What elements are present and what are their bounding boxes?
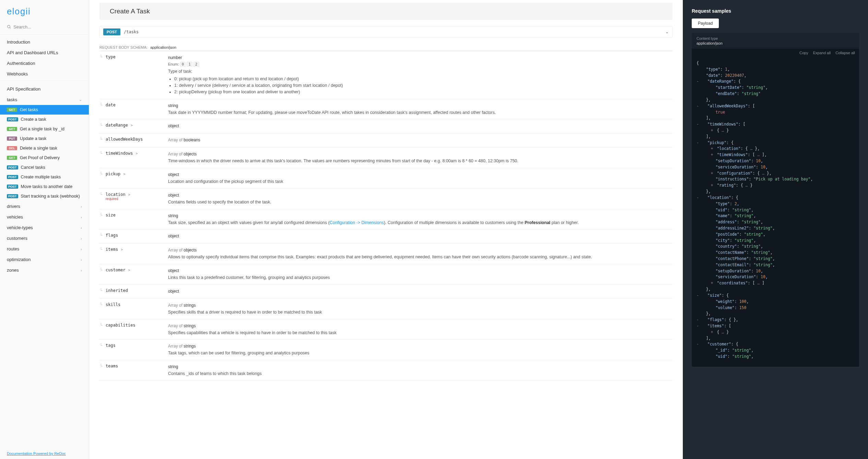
nav-item[interactable]: Webhooks bbox=[0, 69, 89, 79]
param-name[interactable]: items > bbox=[99, 247, 168, 260]
samples-panel: Request samples Payload Content type app… bbox=[683, 0, 868, 459]
param-desc: object bbox=[168, 288, 673, 295]
param-desc: numberEnum:012Type of task:0: pickup (pi… bbox=[168, 55, 673, 95]
param-row: teamsstringContains _ids of teams to whi… bbox=[99, 360, 673, 381]
param-name: skills bbox=[99, 302, 168, 316]
endpoint-path: /tasks bbox=[124, 30, 139, 34]
param-desc: Array of stringsTask tags, which can be … bbox=[168, 343, 673, 356]
json-tools: Copy Expand all Collapse all bbox=[692, 49, 859, 57]
param-row: timeWindows >Array of objectsTime-window… bbox=[99, 148, 673, 168]
nav-item[interactable]: customers› bbox=[0, 233, 89, 244]
param-row: datestringTask date in YYYYMMDD number f… bbox=[99, 99, 673, 120]
chevron-down-icon: ⌄ bbox=[665, 30, 669, 34]
expand-all-button[interactable]: Expand all bbox=[813, 51, 831, 55]
method-badge: POST bbox=[7, 185, 18, 189]
param-desc: Array of objectsAllows to optionally spe… bbox=[168, 247, 673, 260]
nav-task-item[interactable]: POSTCreate multiple tasks bbox=[0, 172, 89, 182]
nav-item[interactable]: zones› bbox=[0, 265, 89, 275]
param-desc: stringTask size, specified as an object … bbox=[168, 213, 673, 226]
param-row: allowedWeekDaysArray of booleans bbox=[99, 133, 673, 148]
nav-item[interactable]: optimization› bbox=[0, 254, 89, 265]
method-badge: PUT bbox=[7, 137, 17, 141]
param-name[interactable]: pickup > bbox=[99, 172, 168, 185]
param-name[interactable]: location >required bbox=[99, 192, 168, 205]
chevron-right-icon: › bbox=[81, 204, 82, 209]
chevron-right-icon: › bbox=[81, 236, 82, 240]
nav-task-item[interactable]: GETGet a single task by _id bbox=[0, 124, 89, 134]
param-name[interactable]: timeWindows > bbox=[99, 151, 168, 164]
nav-item[interactable]: vehicles› bbox=[0, 212, 89, 222]
param-row: customer >objectLinks this task to a pre… bbox=[99, 264, 673, 285]
param-name: allowedWeekDays bbox=[99, 137, 168, 144]
chevron-right-icon: › bbox=[81, 247, 82, 251]
nav-task-item[interactable]: POSTCreate a task bbox=[0, 115, 89, 124]
param-name: type bbox=[99, 55, 168, 95]
param-name[interactable]: dateRange > bbox=[99, 123, 168, 130]
nav-item[interactable]: routes› bbox=[0, 244, 89, 254]
endpoint-bar[interactable]: POST /tasks ⌄ bbox=[99, 26, 673, 38]
method-badge: POST bbox=[7, 175, 18, 179]
nav-item[interactable]: Authentication bbox=[0, 58, 89, 69]
method-badge: POST bbox=[7, 117, 18, 121]
nav-task-item[interactable]: GETGet Proof of Delivery bbox=[0, 153, 89, 163]
param-desc: stringTask date in YYYYMMDD number forma… bbox=[168, 103, 673, 116]
footer-link[interactable]: Documentation Powered by ReDoc bbox=[0, 448, 89, 459]
method-badge: GET bbox=[7, 108, 17, 112]
method-badge: GET bbox=[7, 127, 17, 131]
param-desc: stringContains _ids of teams to which th… bbox=[168, 364, 673, 377]
nav-task-item[interactable]: POSTMove tasks to another date bbox=[0, 182, 89, 191]
param-name: inherited bbox=[99, 288, 168, 295]
copy-button[interactable]: Copy bbox=[799, 51, 808, 55]
json-sample: { "type": 1, "date": 20220407, - "dateRa… bbox=[692, 57, 859, 367]
http-method-badge: POST bbox=[103, 28, 120, 35]
param-desc: object bbox=[168, 233, 673, 240]
nav-item[interactable]: vehicle-types› bbox=[0, 222, 89, 233]
param-row: capabilitiesArray of stringsSpecifies ca… bbox=[99, 319, 673, 340]
param-name: tags bbox=[99, 343, 168, 356]
param-name: size bbox=[99, 213, 168, 226]
page-title: Create A Task bbox=[99, 3, 673, 20]
samples-title: Request samples bbox=[692, 8, 859, 14]
param-row: typenumberEnum:012Type of task:0: pickup… bbox=[99, 51, 673, 99]
param-row: dateRange >object bbox=[99, 119, 673, 133]
chevron-right-icon: › bbox=[81, 226, 82, 230]
logo: elogii bbox=[0, 0, 89, 22]
param-row: location >requiredobjectContains fields … bbox=[99, 189, 673, 209]
nav-task-item[interactable]: PUTUpdate a task bbox=[0, 134, 89, 143]
search-icon bbox=[7, 25, 11, 29]
param-desc: objectContains fields used to specify th… bbox=[168, 192, 673, 205]
param-row: pickup >objectLocation and configuration… bbox=[99, 168, 673, 189]
param-desc: objectLinks this task to a predefined cu… bbox=[168, 268, 673, 281]
nav-task-item[interactable]: GETGet tasks bbox=[0, 105, 89, 115]
nav-task-item[interactable]: DELDelete a single task bbox=[0, 143, 89, 153]
param-row: sizestringTask size, specified as an obj… bbox=[99, 209, 673, 230]
nav-task-item[interactable]: POSTCancel tasks bbox=[0, 163, 89, 172]
nav-item[interactable]: Introduction bbox=[0, 37, 89, 47]
nav-item[interactable]: API and Dashboard URLs bbox=[0, 47, 89, 58]
main-content: Create A Task POST /tasks ⌄ REQUEST BODY… bbox=[89, 0, 683, 459]
param-desc: object bbox=[168, 123, 673, 130]
param-row: inheritedobject bbox=[99, 285, 673, 299]
svg-point-1 bbox=[8, 25, 10, 28]
method-badge: GET bbox=[7, 156, 17, 160]
chevron-right-icon: › bbox=[81, 268, 82, 272]
param-desc: Array of stringsSpecifies skills that a … bbox=[168, 302, 673, 316]
collapse-all-button[interactable]: Collapse all bbox=[835, 51, 855, 55]
param-name: capabilities bbox=[99, 323, 168, 336]
method-badge: DEL bbox=[7, 146, 17, 150]
params-table: typenumberEnum:012Type of task:0: pickup… bbox=[99, 51, 673, 381]
param-name: date bbox=[99, 103, 168, 116]
search-input[interactable]: Search... bbox=[0, 22, 89, 35]
param-row: flagsobject bbox=[99, 230, 673, 244]
nav-task-item[interactable]: POSTStart tracking a task (webhook) bbox=[0, 191, 89, 201]
schema-heading: REQUEST BODY SCHEMA: application/json bbox=[99, 45, 673, 49]
param-name[interactable]: customer > bbox=[99, 268, 168, 281]
nav: IntroductionAPI and Dashboard URLsAuthen… bbox=[0, 35, 89, 448]
nav-item[interactable]: drivers› bbox=[0, 201, 89, 212]
tab-payload[interactable]: Payload bbox=[692, 19, 719, 28]
sidebar: elogii Search... IntroductionAPI and Das… bbox=[0, 0, 89, 459]
nav-tasks[interactable]: tasks ⌄ bbox=[0, 94, 89, 105]
nav-api-spec: API Specification bbox=[0, 84, 89, 94]
method-badge: POST bbox=[7, 165, 18, 169]
svg-text:elogii: elogii bbox=[7, 7, 31, 16]
